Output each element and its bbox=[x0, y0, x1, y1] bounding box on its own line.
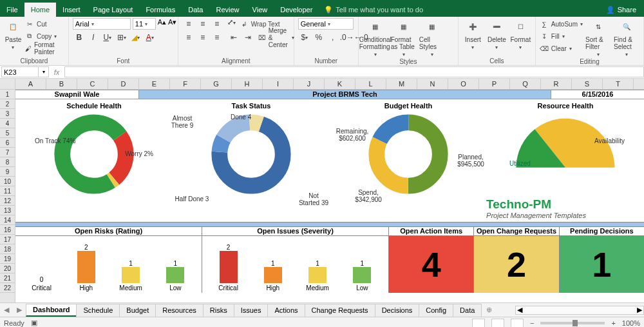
cell-styles-button[interactable]: ▦Cell Styles▾ bbox=[419, 18, 445, 57]
col-head[interactable]: P bbox=[479, 79, 510, 89]
formula-input[interactable] bbox=[64, 66, 644, 77]
zoom-slider[interactable] bbox=[540, 322, 605, 324]
orientation-icon[interactable]: ⤢▾ bbox=[227, 18, 236, 30]
sheet-tab-actions[interactable]: Actions bbox=[267, 304, 305, 317]
row-head[interactable]: 22 bbox=[0, 283, 15, 293]
row-head[interactable]: 10 bbox=[0, 177, 15, 186]
ribbon-tab-developer[interactable]: Developer bbox=[274, 3, 319, 17]
col-head[interactable]: O bbox=[448, 79, 479, 89]
underline-button[interactable]: U▾ bbox=[101, 32, 114, 43]
tab-nav-prev[interactable]: ◀ bbox=[0, 306, 13, 314]
col-head[interactable]: N bbox=[417, 79, 448, 89]
sort-filter-button[interactable]: ⇅Sort & Filter▾ bbox=[585, 18, 611, 57]
col-head[interactable]: G bbox=[201, 79, 232, 89]
sheet-tab-change-requests[interactable]: Change Requests bbox=[305, 304, 375, 317]
currency-icon[interactable]: $▾ bbox=[298, 32, 311, 43]
name-box[interactable]: K23 bbox=[1, 66, 39, 77]
row-head[interactable]: 20 bbox=[0, 264, 15, 273]
row-head[interactable]: 17 bbox=[0, 235, 15, 244]
macro-record-icon[interactable]: ▣ bbox=[31, 319, 37, 327]
percent-icon[interactable]: % bbox=[312, 32, 325, 43]
col-head[interactable]: R bbox=[541, 79, 572, 89]
row-head[interactable]: 14 bbox=[0, 215, 15, 225]
col-head[interactable]: T bbox=[603, 79, 634, 89]
increase-indent-icon[interactable]: ⇥ bbox=[242, 32, 254, 43]
add-sheet-button[interactable]: ⊕ bbox=[481, 306, 497, 314]
row-head[interactable]: 13 bbox=[0, 206, 15, 215]
align-left-icon[interactable]: ≡ bbox=[182, 32, 195, 43]
row-head[interactable]: 12 bbox=[0, 196, 15, 206]
row-head[interactable]: 5 bbox=[0, 128, 15, 138]
find-select-button[interactable]: 🔍Find & Select▾ bbox=[614, 18, 639, 57]
sheet-tab-budget[interactable]: Budget bbox=[119, 304, 156, 317]
sheet-tab-issues[interactable]: Issues bbox=[234, 304, 269, 317]
sheet-tab-decisions[interactable]: Decisions bbox=[375, 304, 420, 317]
name-box-dropdown[interactable]: ▾ bbox=[39, 66, 49, 77]
select-all-corner[interactable] bbox=[0, 79, 15, 89]
sheet-tab-data[interactable]: Data bbox=[453, 304, 482, 317]
row-head[interactable]: 21 bbox=[0, 273, 15, 283]
ribbon-tab-data[interactable]: Data bbox=[182, 3, 209, 17]
format-painter-button[interactable]: 🖌Format Painter bbox=[25, 43, 64, 54]
increase-font-icon[interactable]: A▴ bbox=[158, 18, 166, 30]
copy-button[interactable]: ⧉Copy▾ bbox=[25, 30, 64, 42]
number-format-select[interactable]: General▾ bbox=[298, 18, 354, 30]
cut-button[interactable]: ✂Cut bbox=[25, 18, 64, 30]
fx-icon[interactable]: fx bbox=[49, 68, 64, 76]
row-head[interactable]: 8 bbox=[0, 157, 15, 167]
col-head[interactable]: A bbox=[15, 79, 46, 89]
zoom-level[interactable]: 100% bbox=[622, 319, 640, 327]
ribbon-tab-home[interactable]: Home bbox=[24, 3, 56, 17]
autosum-button[interactable]: ∑AutoSum▾ bbox=[540, 18, 583, 30]
merge-center-button[interactable]: ⌧Merge & Center▾ bbox=[258, 32, 294, 43]
increase-decimal-icon[interactable]: .0→ bbox=[341, 32, 354, 43]
col-head[interactable]: Q bbox=[510, 79, 541, 89]
align-top-icon[interactable]: ≡ bbox=[182, 18, 195, 30]
col-head[interactable]: B bbox=[46, 79, 77, 89]
border-button[interactable]: ⊞▾ bbox=[115, 32, 128, 43]
format-as-table-button[interactable]: ▦Format as Table▾ bbox=[391, 18, 417, 57]
comma-icon[interactable]: , bbox=[327, 32, 339, 43]
share-button[interactable]: 👤Share bbox=[598, 6, 644, 14]
paste-button[interactable]: 📋 Paste▾ bbox=[4, 18, 23, 50]
col-head[interactable]: L bbox=[355, 79, 386, 89]
align-center-icon[interactable]: ≡ bbox=[196, 32, 209, 43]
align-middle-icon[interactable]: ≡ bbox=[196, 18, 209, 30]
delete-button[interactable]: ➖Delete▾ bbox=[486, 18, 507, 50]
bold-button[interactable]: B bbox=[73, 32, 86, 43]
align-bottom-icon[interactable]: ≡ bbox=[211, 18, 223, 30]
fill-color-button[interactable]: ◢▾ bbox=[129, 32, 142, 43]
col-head[interactable]: E bbox=[139, 79, 170, 89]
sheet-tab-schedule[interactable]: Schedule bbox=[76, 304, 120, 317]
tell-me[interactable]: 💡Tell me what you want to do bbox=[324, 6, 423, 14]
row-head[interactable]: 11 bbox=[0, 186, 15, 196]
col-head[interactable]: M bbox=[386, 79, 417, 89]
row-head[interactable]: 7 bbox=[0, 148, 15, 157]
row-head[interactable]: 1 bbox=[0, 90, 15, 99]
font-name-select[interactable]: Arial▾ bbox=[73, 18, 131, 30]
col-head[interactable]: S bbox=[572, 79, 603, 89]
row-head[interactable]: 6 bbox=[0, 138, 15, 148]
ribbon-tab-view[interactable]: View bbox=[246, 3, 274, 17]
ribbon-tab-insert[interactable]: Insert bbox=[56, 3, 87, 17]
col-head[interactable]: D bbox=[108, 79, 139, 89]
font-color-button[interactable]: A▾ bbox=[144, 32, 156, 43]
col-head[interactable]: I bbox=[263, 79, 294, 89]
insert-button[interactable]: ➕Insert▾ bbox=[462, 18, 484, 50]
ribbon-tab-page-layout[interactable]: Page Layout bbox=[87, 3, 140, 17]
conditional-formatting-button[interactable]: ▦Conditional Formatting▾ bbox=[363, 18, 388, 57]
decrease-font-icon[interactable]: A▾ bbox=[168, 18, 176, 30]
worksheet-grid[interactable]: Swapnil Wale Project BRMS Tech 6/15/2016… bbox=[15, 90, 644, 302]
sheet-tab-risks[interactable]: Risks bbox=[203, 304, 234, 317]
italic-button[interactable]: I bbox=[87, 32, 100, 43]
row-head[interactable]: 18 bbox=[0, 244, 15, 254]
format-button[interactable]: ☐Format▾ bbox=[510, 18, 531, 50]
row-head[interactable]: 2 bbox=[0, 99, 15, 109]
row-head[interactable]: 9 bbox=[0, 167, 15, 177]
fill-button[interactable]: ↧Fill▾ bbox=[540, 30, 583, 42]
row-head[interactable]: 16 bbox=[0, 225, 15, 235]
font-size-select[interactable]: 11▾ bbox=[133, 18, 156, 30]
col-head[interactable]: H bbox=[232, 79, 263, 89]
sheet-tab-dashboard[interactable]: Dashboard bbox=[26, 304, 77, 317]
clear-button[interactable]: ⌫Clear▾ bbox=[540, 43, 583, 54]
